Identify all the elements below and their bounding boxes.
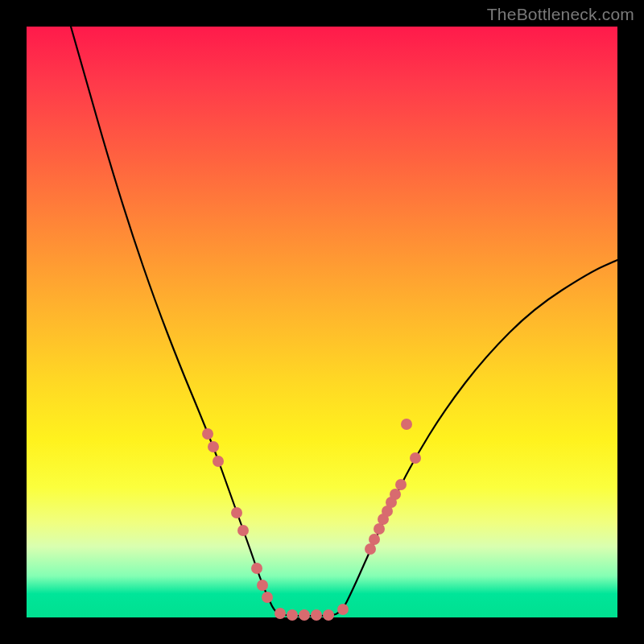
plot-area bbox=[27, 27, 617, 617]
marker-dot bbox=[275, 608, 286, 619]
marker-dot bbox=[369, 534, 380, 545]
marker-dot bbox=[299, 609, 310, 621]
bottleneck-curve bbox=[71, 27, 617, 616]
marker-dot bbox=[410, 452, 421, 464]
marker-dot bbox=[395, 479, 407, 490]
marker-dot bbox=[262, 592, 273, 603]
markers-group bbox=[202, 419, 421, 621]
marker-dot bbox=[311, 609, 322, 621]
marker-dot bbox=[401, 419, 412, 430]
marker-dot bbox=[202, 428, 213, 440]
watermark-text: TheBottleneck.com bbox=[487, 5, 634, 24]
marker-dot bbox=[365, 543, 376, 555]
chart-frame: TheBottleneck.com bbox=[0, 0, 644, 644]
marker-dot bbox=[237, 525, 249, 536]
marker-dot bbox=[257, 580, 268, 591]
marker-dot bbox=[213, 456, 224, 467]
marker-dot bbox=[251, 563, 262, 574]
marker-dot bbox=[323, 609, 334, 621]
marker-dot bbox=[208, 441, 219, 452]
marker-dot bbox=[374, 523, 385, 535]
marker-dot bbox=[231, 507, 242, 518]
marker-dot bbox=[287, 609, 298, 621]
chart-overlay-svg bbox=[27, 27, 617, 617]
marker-dot bbox=[390, 489, 401, 500]
marker-dot bbox=[337, 604, 349, 615]
